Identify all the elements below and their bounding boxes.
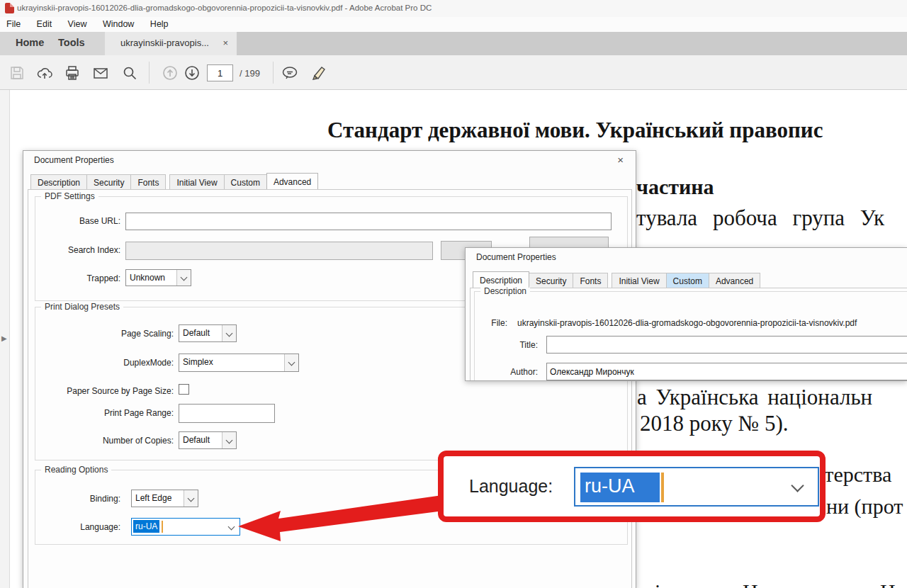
search-index-label: Search Index:: [35, 245, 120, 255]
base-url-input[interactable]: [125, 213, 612, 230]
group-label: Print Dialog Presets: [41, 302, 123, 312]
binding-dropdown[interactable]: Left Edge: [131, 490, 198, 507]
group-label: PDF Settings: [41, 191, 98, 201]
page-scaling-label: Page Scaling:: [35, 329, 174, 339]
tab-advanced[interactable]: Advanced: [709, 273, 760, 288]
page-number-input[interactable]: [207, 64, 233, 81]
save-icon[interactable]: [9, 64, 26, 81]
language-callout-box: Language: ru-UA: [438, 451, 826, 522]
tab-custom[interactable]: Custom: [224, 174, 267, 189]
description-group: Description File: ukrayinskii-pravopis-1…: [474, 291, 907, 381]
file-value: ukrayinskii-pravopis-16012026-dlia-groma…: [517, 318, 857, 328]
toolbar-divider: [149, 62, 150, 84]
page-range-input[interactable]: [179, 404, 275, 423]
comment-icon[interactable]: [281, 64, 298, 81]
trapped-label: Trapped:: [35, 273, 120, 283]
highlighter-icon[interactable]: [309, 64, 326, 81]
language-selected-text: ru-UA: [133, 520, 159, 533]
doc-fragment: частина: [636, 175, 714, 199]
duplex-mode-label: DuplexMode:: [35, 358, 174, 368]
chevron-down-icon: [791, 479, 804, 492]
doc-fragment: стерства: [815, 463, 891, 487]
language-label: Language:: [35, 522, 120, 532]
window-title: ukrayinskii-pravopis-16012026-dlia-groma…: [17, 4, 432, 12]
dialog-title: Document Properties: [476, 252, 556, 262]
group-label: Description: [480, 286, 530, 296]
dialog-title: Document Properties: [34, 155, 114, 165]
group-label: Reading Options: [41, 465, 111, 475]
menu-view[interactable]: View: [62, 17, 94, 31]
callout-language-label: Language:: [469, 476, 553, 497]
cloud-upload-icon[interactable]: [36, 64, 53, 81]
tab-security[interactable]: Security: [86, 174, 131, 189]
toolbar-divider: [273, 62, 274, 84]
page-scaling-dropdown[interactable]: Default: [179, 324, 237, 342]
paper-source-label: Paper Source by Page Size:: [35, 386, 174, 396]
tab-document-label: ukrayinskii-pravopis...: [120, 38, 209, 48]
search-icon[interactable]: [121, 64, 138, 81]
author-input[interactable]: [546, 363, 907, 380]
trapped-dropdown[interactable]: Unknown: [125, 269, 191, 286]
tab-custom[interactable]: Custom: [666, 273, 709, 288]
language-dropdown[interactable]: ru-UA: [131, 518, 240, 536]
doc-clipped-line: і Н Н: [638, 579, 907, 588]
binding-label: Binding:: [35, 494, 120, 504]
callout-language-selected-text: ru-UA: [580, 473, 660, 502]
page-total-label: / 199: [240, 68, 260, 79]
search-index-input: [125, 242, 433, 260]
doc-fragment: а Українська національн: [637, 385, 872, 410]
copies-label: Number of Copies:: [35, 436, 174, 446]
chevron-down-icon: [228, 524, 235, 531]
tab-initial-view[interactable]: Initial View: [169, 174, 224, 189]
tab-fonts[interactable]: Fonts: [573, 273, 608, 288]
tab-advanced[interactable]: Advanced: [266, 173, 318, 189]
menu-window[interactable]: Window: [96, 17, 140, 31]
menubar: File Edit View Window Help: [0, 17, 907, 32]
doc-fragment: 2018 року № 5).: [640, 411, 789, 436]
document-properties-dialog-description: Document Properties DescriptionSecurityF…: [465, 247, 907, 381]
callout-language-dropdown[interactable]: ru-UA: [574, 467, 819, 507]
doc-heading: Стандарт державної мови. Український пра…: [327, 118, 823, 143]
doc-fragment: ни (прот: [826, 494, 903, 519]
menu-help[interactable]: Help: [144, 17, 175, 31]
tab-tools[interactable]: Tools: [48, 32, 95, 55]
pdf-app-icon: [5, 3, 14, 13]
file-label: File:: [475, 318, 507, 328]
tab-description[interactable]: Description: [473, 271, 529, 288]
app-tabbar: Home Tools ukrayinskii-pravopis... ×: [0, 32, 907, 55]
titlebar: ukrayinskii-pravopis-16012026-dlia-groma…: [0, 0, 907, 17]
next-page-icon[interactable]: [184, 64, 201, 81]
tab-home[interactable]: Home: [6, 32, 54, 55]
tab-description[interactable]: Description: [30, 174, 87, 189]
tab-security[interactable]: Security: [529, 273, 573, 288]
menu-file[interactable]: File: [0, 17, 27, 31]
tab-document[interactable]: ukrayinskii-pravopis... ×: [105, 32, 237, 55]
text-caret: [162, 521, 163, 533]
title-input[interactable]: [546, 336, 907, 354]
copies-dropdown[interactable]: Default: [179, 431, 237, 449]
page-range-label: Print Page Range:: [35, 408, 174, 418]
previous-page-icon[interactable]: [162, 64, 179, 81]
close-icon[interactable]: ×: [617, 154, 624, 166]
author-label: Author:: [475, 367, 538, 377]
expand-panel-icon[interactable]: ▶: [1, 334, 7, 342]
text-caret: [661, 473, 664, 502]
menu-edit[interactable]: Edit: [30, 17, 59, 31]
navigation-pane-rail: ▶: [0, 90, 10, 588]
tab-initial-view[interactable]: Initial View: [612, 273, 666, 288]
base-url-label: Base URL:: [35, 216, 120, 226]
email-icon[interactable]: [92, 64, 109, 81]
tabbar-shade: [237, 32, 907, 55]
title-label: Title:: [475, 340, 538, 350]
tab-close-icon[interactable]: ×: [222, 38, 228, 48]
print-icon[interactable]: [64, 64, 81, 81]
tab-fonts[interactable]: Fonts: [130, 174, 166, 189]
duplex-mode-dropdown[interactable]: Simplex: [179, 354, 299, 372]
doc-fragment: тувала робоча група Ук: [636, 205, 884, 231]
main-toolbar: / 199: [0, 55, 907, 90]
paper-source-checkbox[interactable]: [179, 384, 189, 395]
